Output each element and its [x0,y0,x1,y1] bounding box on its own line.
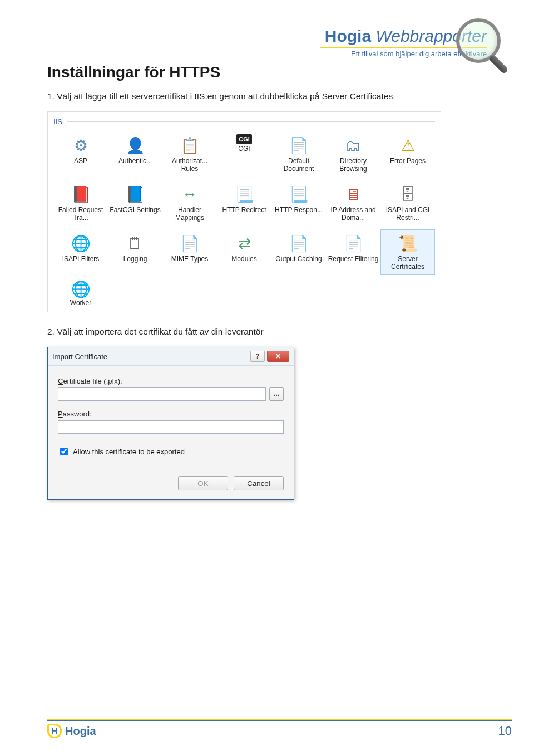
i-isapi-icon: 🗄 [397,183,419,205]
password-input[interactable] [58,420,284,434]
dialog-title-text: Import Certificate [52,352,248,361]
i-fast-icon: 📘 [124,183,146,205]
iis-item-ip-address-and-doma-[interactable]: 🖥IP Address and Doma... [326,180,380,226]
allow-export-label: Allow this certificate to be exported [73,448,185,456]
footer-logo: H Hogia [47,724,96,738]
iis-item-error-pages[interactable]: ⚠Error Pages [380,131,435,177]
iis-item-server-certificates[interactable]: 📜Server Certificates [380,229,435,275]
step-1-text: 1. Välj att lägga till ett servercertifi… [47,91,487,101]
i-mime-icon: 📄 [179,232,201,254]
i-cert-icon: 📜 [397,232,419,254]
i-mod-icon: ⇄ [233,232,255,254]
iis-item-isapi-filters[interactable]: 🌐ISAPI Filters [53,229,108,275]
iis-item-label: CGI [238,145,250,161]
iis-item-label: Server Certificates [382,256,433,271]
product-logo-text: Hogia Webbrapporter [47,27,487,46]
iis-item-label: Request Filtering [328,256,379,271]
iis-item-label: Output Caching [275,256,322,271]
iis-item-fastcgi-settings[interactable]: 📘FastCGI Settings [108,180,162,226]
iis-item-failed-request-tra-[interactable]: 📕Failed Request Tra... [53,180,108,226]
page-title: Inställningar för HTTPS [47,63,487,81]
i-404-icon: ⚠ [397,134,419,156]
i-filt-icon: 📄 [342,232,364,254]
worker-icon: 🌐 [70,280,92,298]
iis-item-label: Worker [70,300,91,312]
footer-accent-lines [47,719,512,721]
iis-item-logging[interactable]: 🗒Logging [108,229,162,275]
cancel-button[interactable]: Cancel [234,476,284,490]
help-button[interactable]: ? [250,351,265,362]
page-footer: H Hogia 10 [0,719,534,738]
document-header: Hogia Webbrapporter Ett tillval som hjäl… [47,27,487,58]
iis-item-authorizat-rules[interactable]: 📋Authorizat... Rules [162,131,217,177]
iis-group-label: IIS [53,117,435,126]
iis-item-cgi[interactable]: CGICGI [217,131,271,177]
iis-item-label: FastCGI Settings [110,207,160,222]
step-2-text: 2. Välj att importera det certifikat du … [47,327,487,337]
certificate-file-input[interactable] [58,387,266,401]
dialog-titlebar: Import Certificate ? ✕ [48,347,294,366]
i-list-icon: 📋 [179,134,201,156]
iis-item-label: IP Address and Doma... [328,207,379,222]
iis-item-label: Directory Browsing [328,158,379,173]
accent-underline [320,47,487,48]
iis-item-output-caching[interactable]: 📄Output Caching [271,229,326,275]
iis-item-label: ISAPI and CGI Restri... [382,207,433,222]
product-tagline: Ett tillval som hjälper dig arbeta effek… [47,50,487,58]
i-dir-icon: 🗂 [342,134,364,156]
iis-item-directory-browsing[interactable]: 🗂Directory Browsing [326,131,380,177]
i-http-icon: 📃 [233,183,255,205]
i-fail-icon: 📕 [70,183,92,205]
i-gear-icon: ⚙ [70,134,92,156]
close-button[interactable]: ✕ [267,351,289,362]
iis-icon-grid: ⚙ASP👤Authentic...📋Authorizat... RulesCGI… [53,131,435,275]
iis-item-modules[interactable]: ⇄Modules [217,229,271,275]
allow-export-checkbox[interactable] [60,448,68,455]
browse-button[interactable]: ... [269,387,284,401]
iis-item-label: HTTP Redirect [222,207,266,222]
import-certificate-dialog: Import Certificate ? ✕ Certificate file … [47,347,294,500]
iis-item-http-redirect[interactable]: 📃HTTP Redirect [217,180,271,226]
iis-item-label: HTTP Respon... [275,207,323,222]
iis-item-isapi-and-cgi-restri-[interactable]: 🗄ISAPI and CGI Restri... [380,180,435,226]
iis-item-label: ASP [74,158,87,173]
i-cgi-icon: CGI [236,134,252,144]
iis-item-default-document[interactable]: 📄Default Document [271,131,326,177]
iis-item-request-filtering[interactable]: 📄Request Filtering [326,229,380,275]
page-number: 10 [498,724,512,738]
iis-item-handler-mappings[interactable]: ↔Handler Mappings [162,180,217,226]
iis-item-label: Modules [231,256,256,271]
i-ip-icon: 🖥 [342,183,364,205]
iis-item-label: Default Document [273,158,324,173]
i-hand-icon: ↔ [179,183,201,205]
iis-item-label: Authorizat... Rules [164,158,215,173]
iis-item-http-respon-[interactable]: 📃HTTP Respon... [271,180,326,226]
iis-item-label: Authentic... [118,158,152,173]
iis-item-label: Failed Request Tra... [55,207,106,222]
iis-item-label: Handler Mappings [164,207,215,222]
ok-button[interactable]: OK [178,476,228,490]
iis-item-asp[interactable]: ⚙ASP [53,131,108,177]
iis-item-authentic-[interactable]: 👤Authentic... [108,131,162,177]
iis-item-mime-types[interactable]: 📄MIME Types [162,229,217,275]
password-label: Password: [58,410,284,418]
iis-item-label: MIME Types [171,256,208,271]
iis-item-worker[interactable]: 🌐 Worker [53,277,108,312]
certificate-file-label: Certificate file (.pfx): [58,377,284,385]
iis-manager-panel: IIS ⚙ASP👤Authentic...📋Authorizat... Rule… [47,111,441,312]
i-log-icon: 🗒 [124,232,146,254]
i-cache-icon: 📄 [288,232,310,254]
iis-item-label: Error Pages [390,158,426,173]
i-user-icon: 👤 [124,134,146,156]
iis-item-label: ISAPI Filters [62,256,100,271]
i-globe-icon: 🌐 [70,232,92,254]
i-resp-icon: 📃 [288,183,310,205]
i-doc-icon: 📄 [288,134,310,156]
hogia-mark-icon: H [47,724,62,738]
iis-item-label: Logging [123,256,147,271]
